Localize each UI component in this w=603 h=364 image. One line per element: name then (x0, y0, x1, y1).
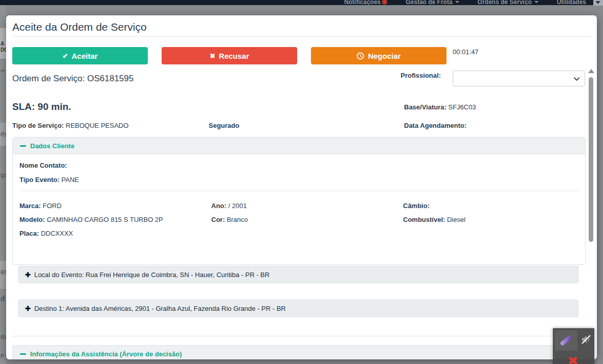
nav-notifications-label: Notificações (344, 0, 381, 5)
nome-contato-field: Nome Contato: (19, 162, 67, 169)
negotiate-button[interactable]: Negociar (311, 47, 446, 64)
cambio-field: Câmbio: (403, 202, 430, 210)
nav-utilidades[interactable]: Utilidades (557, 0, 586, 5)
accept-button[interactable]: ✔ Aceitar (12, 47, 148, 64)
section-divider (12, 336, 586, 336)
professional-label: Profissional: (359, 72, 441, 79)
header-divider (12, 36, 591, 37)
ano-field: Ano: / 2001 (211, 202, 247, 210)
data-agendamento-field: Data Agendamento: (404, 122, 466, 129)
nav-notifications[interactable]: Notificações (344, 0, 387, 5)
nav-ordens-de-servico[interactable]: Ordens de Serviço (478, 0, 539, 5)
dimmed-background: A DO co er ço er d er p / (0, 5, 6, 364)
top-navbar: Notificações Gestão de Frota Ordens de S… (0, 0, 603, 5)
nav-ordens-label: Ordens de Serviço (478, 0, 532, 5)
order-number: OS6181595 (87, 74, 133, 83)
local-evento-text: Local do Evento: Rua Frei Henrique de Co… (34, 271, 270, 279)
placa-field: Placa: DDCXXXX (19, 230, 73, 237)
clock-icon (356, 52, 364, 60)
accept-button-label: Aceitar (72, 52, 98, 60)
expand-plus-icon: ✚ (25, 271, 31, 279)
tipo-servico-field: Tipo de Serviço: REBOQUE PESADO (12, 122, 128, 129)
cor-field: Cor: Branco (211, 216, 248, 223)
mute-icon[interactable] (580, 333, 592, 346)
nav-gestao-de-frota[interactable]: Gestão de Frota (406, 0, 459, 5)
panel-divider (19, 191, 579, 191)
combustivel-field: Combustível: Diesel (403, 216, 465, 223)
info-assistencia-header[interactable]: Informações da Assistência (Árvore de de… (13, 346, 585, 359)
nav-items: Notificações Gestão de Frota Ordens de S… (344, 0, 586, 5)
professional-select[interactable] (453, 71, 585, 86)
expand-plus-icon: ✚ (25, 305, 31, 312)
base-viatura-field: Base/Viatura: SFJ6C03 (404, 103, 476, 111)
modal-title: Aceite da Ordem de Serviço (12, 21, 147, 33)
tipo-evento-field: Tipo Evento: PANE (19, 176, 79, 184)
collapse-minus-icon (20, 353, 26, 355)
pen-icon (560, 335, 572, 346)
chevron-down-icon (573, 76, 580, 82)
x-icon: ✖ (210, 52, 215, 60)
dados-cliente-panel: Dados Cliente Nome Contato: Tipo Evento:… (12, 137, 586, 265)
caret-down-icon (455, 1, 459, 3)
dados-cliente-title: Dados Cliente (30, 142, 75, 150)
countdown-timer: 00:01:47 (453, 48, 479, 56)
refuse-button[interactable]: ✖ Recusar (162, 47, 297, 64)
service-order-accept-modal: Aceite da Ordem de Serviço ✔ Aceitar ✖ R… (6, 15, 597, 359)
modal-scrollbar (588, 69, 594, 345)
scrollbar-thumb[interactable] (589, 77, 593, 242)
destino1-text: Destino 1: Avenida das Américas, 2901 - … (34, 305, 286, 312)
refuse-button-label: Recusar (219, 52, 249, 60)
modelo-field: Modelo: CAMINHAO CARGO 815 S TURBO 2P (19, 216, 163, 223)
nav-utilidades-label: Utilidades (557, 0, 586, 5)
order-number-line: Ordem de Serviço: OS6181595 (12, 74, 133, 84)
info-assistencia-panel: Informações da Assistência (Árvore de de… (12, 345, 586, 359)
caret-down-icon (534, 1, 539, 3)
marca-field: Marca: FORD (19, 202, 61, 210)
call-widget (553, 328, 594, 364)
sla-text: SLA: 90 min. (12, 101, 71, 112)
destino1-panel[interactable]: ✚ Destino 1: Avenida das Américas, 2901 … (18, 300, 578, 317)
negotiate-button-label: Negociar (368, 52, 400, 60)
scroll-top-icon[interactable] (593, 0, 603, 6)
hangup-icon[interactable] (566, 356, 579, 364)
scrollbar-up-arrow-icon[interactable] (588, 69, 594, 73)
info-assistencia-title: Informações da Assistência (Árvore de de… (30, 350, 182, 358)
dados-cliente-header[interactable]: Dados Cliente (13, 138, 585, 154)
annotate-tool-button[interactable] (555, 330, 577, 351)
local-evento-panel[interactable]: ✚ Local do Evento: Rua Frei Henrique de … (18, 266, 578, 283)
collapse-minus-icon (20, 145, 26, 147)
order-label: Ordem de Serviço: (12, 74, 85, 83)
check-icon: ✔ (62, 52, 68, 60)
nav-gestao-label: Gestão de Frota (406, 0, 452, 5)
notification-badge-icon (382, 0, 387, 5)
segurado-label: Segurado (209, 122, 239, 129)
